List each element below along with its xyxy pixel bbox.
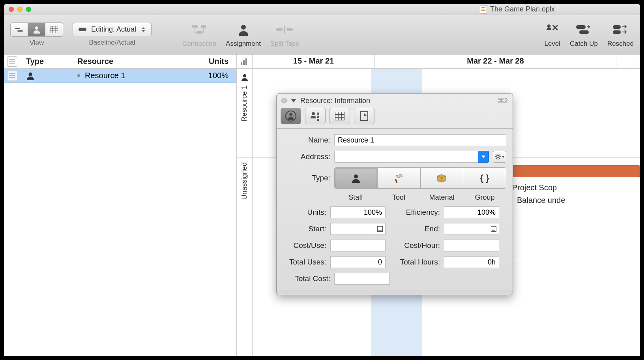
efficiency-label: Efficiency: xyxy=(397,208,440,217)
reschedule-label: Resched xyxy=(607,40,634,48)
svg-point-15 xyxy=(547,24,550,28)
address-label: Address: xyxy=(283,152,330,161)
svg-point-11 xyxy=(241,25,246,30)
type-tool-button[interactable] xyxy=(378,168,421,188)
rail-label-1: Resource 1 xyxy=(240,85,249,122)
calendar-icon xyxy=(377,226,383,232)
totalcost-input[interactable] xyxy=(334,273,389,285)
resource-units: 100% xyxy=(193,71,236,80)
type-segment: { } xyxy=(334,167,506,189)
catchup-button[interactable] xyxy=(576,22,591,38)
editing-mode-select[interactable]: Editing: Actual xyxy=(73,23,152,36)
svg-line-42 xyxy=(496,154,496,155)
type-group-button[interactable]: { } xyxy=(463,168,506,188)
svg-rect-17 xyxy=(579,30,589,34)
disclosure-triangle-icon[interactable] xyxy=(291,99,296,103)
inspector-tab-4[interactable] xyxy=(354,108,374,124)
svg-rect-31 xyxy=(335,112,344,120)
inspector-tab-3[interactable] xyxy=(329,108,350,124)
inspector-titlebar[interactable]: Resource: Information ⌘2 xyxy=(277,94,513,108)
bullet-icon xyxy=(77,74,80,77)
svg-rect-12 xyxy=(276,28,283,31)
units-input[interactable] xyxy=(330,206,386,218)
costhour-input[interactable] xyxy=(444,240,499,251)
person-icon xyxy=(241,73,249,81)
inspector-popover: Resource: Information ⌘2 Name: Address: xyxy=(276,93,513,295)
level-label: Level xyxy=(544,40,560,48)
svg-point-27 xyxy=(312,112,315,115)
resource-rail: Resource 1 Unassigned xyxy=(237,54,253,356)
svg-line-43 xyxy=(499,158,500,159)
rail-resource-1[interactable]: Resource 1 xyxy=(237,69,252,158)
svg-point-46 xyxy=(354,174,358,178)
totalhours-input[interactable] xyxy=(444,256,499,268)
col-type[interactable]: Type xyxy=(26,57,77,66)
baseline-label: Baseline/Actual xyxy=(89,39,135,47)
svg-point-37 xyxy=(497,156,499,158)
timeline-range-1: 15 - Mar 21 xyxy=(253,54,375,68)
timeline-range-3 xyxy=(616,54,640,68)
svg-line-45 xyxy=(499,154,500,155)
inspector-tab-info[interactable] xyxy=(281,108,301,124)
chevron-updown-icon xyxy=(141,27,146,32)
svg-rect-3 xyxy=(50,26,58,33)
column-headers: Type Resource Units xyxy=(4,54,236,69)
svg-point-29 xyxy=(317,116,319,118)
address-combo xyxy=(334,151,489,163)
type-material-label: Material xyxy=(420,193,463,202)
split-task-button[interactable] xyxy=(276,22,293,38)
split-label: Split Task xyxy=(270,40,299,48)
inspector-tabs xyxy=(277,108,513,128)
costuse-input[interactable] xyxy=(330,240,386,251)
svg-rect-8 xyxy=(192,25,198,28)
editing-mode-text: Editing: Actual xyxy=(91,25,136,34)
svg-rect-13 xyxy=(286,28,293,31)
svg-point-24 xyxy=(243,74,246,77)
view-resources-button[interactable] xyxy=(28,23,45,36)
type-material-button[interactable] xyxy=(421,168,464,188)
name-input[interactable] xyxy=(334,134,506,146)
window-title-text: The Game Plan.oplx xyxy=(490,5,555,13)
resource-name: Resource 1 xyxy=(85,71,125,80)
reschedule-button[interactable] xyxy=(613,22,628,38)
totaluses-input[interactable] xyxy=(330,256,386,268)
totaluses-label: Total Uses: xyxy=(283,258,326,266)
col-units[interactable]: Units xyxy=(193,57,236,66)
chevron-down-icon xyxy=(502,156,505,158)
assignment-button[interactable] xyxy=(237,22,250,38)
zoom-window-button[interactable] xyxy=(26,7,31,12)
resource-list-pane: Type Resource Units Resource 1 100% xyxy=(4,54,237,356)
inspector-body: Name: Address: Type: xyxy=(277,128,513,290)
view-calendar-button[interactable] xyxy=(45,23,63,36)
rail-unassigned[interactable]: Unassigned xyxy=(237,158,252,260)
pill-icon xyxy=(79,28,86,31)
type-group-label: Group xyxy=(463,193,506,202)
totalcost-label: Total Cost: xyxy=(283,274,330,283)
level-button[interactable] xyxy=(546,22,559,38)
timeline-header: 15 - Mar 21 Mar 22 - Mar 28 xyxy=(253,54,640,69)
end-input[interactable] xyxy=(444,223,499,235)
inspector-close-button[interactable] xyxy=(281,98,287,103)
svg-point-28 xyxy=(317,112,319,115)
address-gear-button[interactable] xyxy=(493,151,506,163)
type-tool-label: Tool xyxy=(377,193,420,202)
start-input[interactable] xyxy=(330,223,386,235)
minimize-window-button[interactable] xyxy=(17,7,22,12)
svg-point-20 xyxy=(29,72,32,76)
svg-rect-47 xyxy=(395,179,398,183)
efficiency-input[interactable] xyxy=(444,206,499,218)
view-gantt-button[interactable] xyxy=(11,23,28,36)
costuse-label: Cost/Use: xyxy=(283,241,326,250)
address-dropdown-button[interactable] xyxy=(478,151,489,163)
address-input[interactable] xyxy=(334,151,478,163)
inspector-tab-2[interactable] xyxy=(305,108,326,124)
inspector-title: Resource: Information xyxy=(300,97,370,105)
connection-button[interactable] xyxy=(191,22,207,38)
col-resource[interactable]: Resource xyxy=(77,57,193,66)
rail-label-2: Unassigned xyxy=(240,162,249,200)
resource-row[interactable]: Resource 1 100% xyxy=(4,69,236,83)
type-staff-button[interactable] xyxy=(335,168,378,188)
units-label: Units: xyxy=(283,208,326,217)
close-window-button[interactable] xyxy=(9,7,14,12)
svg-rect-21 xyxy=(241,62,242,65)
